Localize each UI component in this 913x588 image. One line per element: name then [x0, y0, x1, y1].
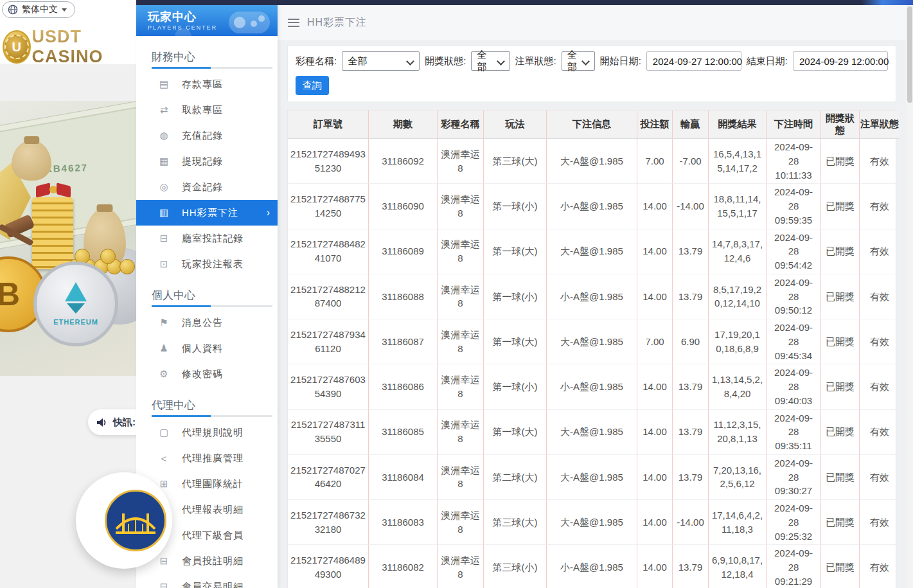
- scrollbar-thumb[interactable]: [907, 6, 912, 103]
- cell-order-no: 2152172748949351230: [288, 139, 369, 184]
- col-header-period: 期數: [369, 111, 438, 139]
- cell-period: 31186089: [369, 229, 438, 274]
- language-selector[interactable]: 繁体中文: [2, 1, 75, 18]
- col-header-bet-amount: 投注額: [637, 111, 673, 139]
- top-navy-bar: [136, 0, 913, 5]
- order-status-select[interactable]: 全部: [562, 51, 595, 71]
- sidebar-item-cashout-record[interactable]: ▦提現記錄: [136, 148, 278, 174]
- cell-order-status: 有效: [860, 364, 900, 409]
- sidebar-item-hall-bet-record[interactable]: ⊟廳室投註記錄: [136, 226, 278, 251]
- filter-panel: 彩種名稱: 全部 開獎狀態: 全部 注單狀態: 全部 開始日期: 2024-09…: [287, 45, 896, 102]
- cell-draw-status: 已開獎: [821, 455, 860, 500]
- sidebar-item-label: 玩家投注報表: [182, 258, 244, 271]
- chevron-down-icon: [62, 8, 67, 12]
- sidebar-item-agent-rules[interactable]: ▢代理規則說明: [136, 420, 278, 445]
- cell-draw-result: 17,14,6,4,2,11,18,3: [709, 500, 767, 545]
- cell-period: 31186087: [369, 319, 438, 364]
- cell-play-type: 第一球(小): [484, 364, 547, 409]
- lottery-name-label: 彩種名稱:: [296, 55, 337, 67]
- sidebar-item-label: 會員交易明細: [182, 581, 244, 588]
- cell-bet-time: 2024-09-28 09:54:42: [767, 229, 821, 274]
- speaker-icon: [97, 418, 108, 427]
- sidebar-item-label: 充值記錄: [182, 130, 223, 142]
- sidebar-item-notice-bell[interactable]: ⚑消息公告: [136, 310, 278, 335]
- col-header-draw-status: 開獎狀態: [821, 111, 860, 139]
- scrollbar-track[interactable]: [906, 5, 913, 588]
- sidebar-item-funds-record[interactable]: ◎資金記錄: [136, 174, 278, 200]
- sidebar-item-agent-promo[interactable]: <代理推廣管理: [136, 445, 278, 471]
- cell-bet-time: 2024-09-28 09:25:32: [767, 500, 821, 545]
- sidebar-item-label: 代理下級會員: [182, 530, 244, 542]
- sidebar-item-member-trade[interactable]: ⊟會員交易明細: [136, 574, 278, 588]
- sidebar-section-title: 個人中心: [152, 286, 262, 305]
- sidebar-item-label: HH彩票下注: [182, 207, 238, 219]
- start-date-input[interactable]: 2024-09-27 12:00:00: [646, 51, 741, 71]
- member-trade-icon: ⊟: [157, 581, 170, 588]
- sidebar-item-recharge-record[interactable]: ◍充值記錄: [136, 123, 278, 148]
- sidebar-item-player-report[interactable]: ⊡玩家投注報表: [136, 251, 278, 277]
- cell-bet-info: 大-A盤@1.985: [547, 455, 637, 500]
- cell-bet-amount: 7.00: [637, 139, 673, 184]
- left-gray-band: [0, 64, 136, 101]
- cell-draw-status: 已開獎: [821, 410, 860, 455]
- cell-order-no: 2152172748848241070: [288, 229, 369, 274]
- cell-order-no: 2152172748673232180: [288, 500, 369, 545]
- cell-bet-time: 2024-09-28 09:50:12: [767, 274, 821, 319]
- cell-period: 31186082: [369, 545, 438, 588]
- sidebar-item-profile[interactable]: ♟個人資料: [136, 335, 278, 361]
- sidebar-item-password-gear[interactable]: ⚙修改密碼: [136, 361, 278, 387]
- money-bag-art: [12, 141, 51, 181]
- bitcoin-symbol: B: [0, 276, 20, 313]
- cell-play-type: 第一球(大): [484, 319, 547, 364]
- table-row: 215217274864894930031186082澳洲幸运8第三球(小)小-…: [288, 545, 900, 588]
- cell-win-loss: -14.00: [673, 184, 709, 229]
- page-header: HH彩票下注: [278, 5, 906, 40]
- table-body: 215217274894935123031186092澳洲幸运8第三球(大)大-…: [288, 139, 900, 588]
- lottery-bet-icon: ▥: [157, 207, 170, 218]
- team-bridge-logo-icon: [105, 490, 166, 551]
- lottery-name-select[interactable]: 全部: [342, 51, 420, 71]
- end-date-input[interactable]: 2024-09-29 12:00:00: [793, 51, 888, 71]
- section-underline: [152, 67, 272, 69]
- sidebar-item-label: 消息公告: [182, 317, 223, 329]
- cell-play-type: 第三球(大): [484, 139, 547, 184]
- cell-lottery-name: 澳洲幸运8: [438, 139, 484, 184]
- cell-period: 31186085: [369, 410, 438, 455]
- cell-order-status: 有效: [860, 229, 900, 274]
- globe-icon: [8, 4, 18, 15]
- sidebar-item-label: 會員投註明細: [182, 555, 244, 567]
- profile-icon: ♟: [157, 343, 170, 354]
- gamepad-icon: [229, 12, 270, 33]
- menu-toggle-icon[interactable]: [288, 19, 299, 27]
- sidebar-item-withdraw[interactable]: ⇄取款專區: [136, 97, 278, 123]
- order-status-value: 全部: [567, 49, 579, 73]
- cell-draw-status: 已開獎: [821, 274, 860, 319]
- cell-play-type: 第一球(小): [484, 274, 547, 319]
- col-header-order-no: 訂單號: [288, 111, 369, 139]
- news-ticker[interactable]: 快訊:: [88, 409, 136, 435]
- password-gear-icon: ⚙: [157, 368, 170, 380]
- cell-bet-info: 小-A盤@1.985: [547, 274, 637, 319]
- cell-bet-info: 大-A盤@1.985: [547, 139, 637, 184]
- sidebar-item-bank-card[interactable]: ▤存款專區: [136, 71, 278, 97]
- sidebar-item-lottery-bet[interactable]: ▥HH彩票下注›: [136, 200, 278, 226]
- hall-bet-record-icon: ⊟: [157, 233, 170, 244]
- cell-period: 31186090: [369, 184, 438, 229]
- search-button[interactable]: 查詢: [296, 76, 329, 95]
- cell-order-no: 2152172748760354390: [288, 364, 369, 409]
- draw-status-select[interactable]: 全部: [471, 51, 510, 71]
- ethereum-label: ETHEREUM: [53, 318, 98, 326]
- table-head: 訂單號期數彩種名稱玩法下注信息投注額輸贏開獎結果下注時間開獎狀態注單狀態: [288, 111, 900, 139]
- table-row: 215217274873113555031186085澳洲幸运8第一球(大)大-…: [288, 410, 900, 455]
- section-underline-accent: [152, 305, 211, 307]
- cell-bet-amount: 14.00: [637, 184, 673, 229]
- cell-lottery-name: 澳洲幸运8: [438, 319, 484, 364]
- main-content: HH彩票下注 彩種名稱: 全部 開獎狀態: 全部 注單狀態: 全部 開始日期: …: [278, 5, 906, 588]
- cell-win-loss: 13.79: [673, 229, 709, 274]
- col-header-play-type: 玩法: [484, 111, 547, 139]
- cell-lottery-name: 澳洲幸运8: [438, 500, 484, 545]
- cell-order-no: 2152172748648949300: [288, 545, 369, 588]
- floating-service-widget[interactable]: [76, 472, 172, 569]
- bets-table: 訂單號期數彩種名稱玩法下注信息投注額輸贏開獎結果下注時間開獎狀態注單狀態 215…: [288, 111, 900, 588]
- cell-bet-amount: 7.00: [637, 319, 673, 364]
